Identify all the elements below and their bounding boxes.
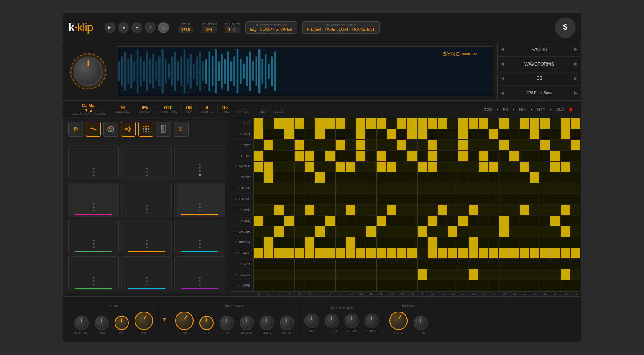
seq-cell[interactable] [387, 140, 397, 150]
quant-time-param[interactable]: OFF QUANT.TIME [155, 106, 181, 113]
seq-cell[interactable] [571, 118, 581, 129]
seq-cell[interactable] [479, 269, 489, 280]
seq-cell[interactable] [571, 237, 581, 248]
seq-cell[interactable] [294, 129, 305, 139]
seq-cell[interactable] [305, 280, 315, 291]
seq-cell[interactable] [335, 205, 346, 215]
seq-cell[interactable] [356, 194, 366, 204]
shuffle-value[interactable]: 0% [202, 26, 217, 33]
seq-cell[interactable] [479, 237, 489, 248]
seq-cell[interactable] [509, 248, 519, 259]
seq-cell[interactable] [253, 248, 264, 259]
seq-cell[interactable] [294, 237, 305, 248]
seq-cell[interactable] [315, 151, 325, 161]
copy-button[interactable]: ⧉ [68, 122, 83, 137]
seq-cell[interactable] [305, 226, 315, 237]
seq-cell[interactable] [366, 280, 376, 291]
seq-cell[interactable] [366, 151, 376, 161]
seq-cell[interactable] [407, 205, 417, 215]
seq-cell[interactable] [540, 280, 550, 291]
seq-cell[interactable] [376, 183, 387, 193]
seq-cell[interactable] [550, 237, 560, 248]
seq-cell[interactable] [530, 226, 540, 237]
seq-cell[interactable] [428, 280, 438, 291]
play-button[interactable]: ▶ [105, 22, 115, 33]
seq-cell[interactable] [366, 226, 376, 237]
seq-cell[interactable] [305, 216, 315, 226]
seq-cell[interactable] [305, 205, 315, 215]
seq-cell[interactable] [264, 237, 274, 248]
seq-cell[interactable] [561, 248, 571, 259]
seq-cell[interactable] [335, 129, 346, 139]
link-button[interactable] [86, 122, 101, 137]
seq-cell[interactable] [325, 248, 335, 259]
seq-cell[interactable] [479, 140, 489, 150]
seq-cell[interactable] [284, 205, 294, 215]
loop-button[interactable]: ↺ [145, 22, 156, 33]
seq-cell[interactable] [438, 140, 448, 150]
hold-param[interactable]: ... HOLD [253, 106, 270, 113]
seq-cell[interactable] [356, 280, 366, 291]
vol-knob[interactable] [135, 312, 153, 330]
seq-cell[interactable] [325, 183, 335, 193]
seq-cell[interactable] [346, 140, 356, 150]
pad-1[interactable] [68, 145, 119, 180]
seq-cell[interactable] [335, 162, 346, 172]
seq-cell[interactable] [335, 226, 346, 237]
seq-cell[interactable] [376, 280, 387, 291]
seq-cell[interactable] [458, 269, 468, 280]
seq-cell[interactable] [284, 269, 294, 280]
seq-cell[interactable] [438, 151, 448, 161]
seq-cell[interactable] [509, 194, 519, 204]
seq-cell[interactable] [305, 118, 315, 129]
seq-cell[interactable] [305, 259, 315, 269]
seq-cell[interactable] [428, 194, 438, 204]
seq-cell[interactable] [489, 226, 499, 237]
seq-cell[interactable] [335, 172, 346, 183]
seq-cell[interactable] [315, 183, 325, 193]
seq-cell[interactable] [356, 259, 366, 269]
seq-cell[interactable] [438, 129, 448, 139]
seq-cell[interactable] [264, 269, 274, 280]
seq-cell[interactable] [346, 259, 356, 269]
piano-button[interactable] [156, 122, 171, 137]
seq-cell[interactable] [438, 269, 448, 280]
seq-cell[interactable] [274, 140, 284, 150]
seq-cell[interactable] [489, 183, 499, 193]
seq-cell[interactable] [550, 172, 560, 183]
seq-cell[interactable] [376, 226, 387, 237]
seq-cell[interactable] [335, 118, 346, 129]
seq-cell[interactable] [509, 162, 519, 172]
seq-cell[interactable] [346, 248, 356, 259]
seq-cell[interactable] [346, 129, 356, 139]
attack-knob[interactable] [240, 316, 254, 330]
seq-cell[interactable] [264, 280, 274, 291]
slice-sel-param[interactable]: 0% SLICE SEL. [110, 106, 135, 113]
seq-cell[interactable] [274, 118, 284, 129]
coarse-param[interactable]: 0 COARSE [197, 106, 218, 113]
seq-cell[interactable] [530, 183, 540, 193]
seq-cell[interactable] [407, 183, 417, 193]
decay-param[interactable]: ... DECAY [270, 106, 289, 113]
seq-cell[interactable] [571, 183, 581, 193]
seq-cell[interactable] [530, 259, 540, 269]
seq-label[interactable]: SEQ [484, 107, 492, 112]
seq-cell[interactable] [284, 237, 294, 248]
seq-cell[interactable] [561, 172, 571, 183]
seq-cell[interactable] [561, 237, 571, 248]
seq-cell[interactable] [448, 280, 458, 291]
attack-param[interactable]: ... ATTACK [233, 106, 253, 113]
seq-cell[interactable] [397, 194, 407, 204]
seq-cell[interactable] [458, 280, 468, 291]
seq-cell[interactable] [489, 162, 499, 172]
seq-cell[interactable] [469, 259, 479, 269]
seq-cell[interactable] [346, 205, 356, 215]
seq-cell[interactable] [346, 216, 356, 226]
snd-label[interactable]: SND [556, 107, 564, 112]
seq-cell[interactable] [305, 151, 315, 161]
seq-cell[interactable] [264, 226, 274, 237]
pad-6[interactable] [174, 183, 225, 217]
seq-cell[interactable] [325, 129, 335, 139]
seq-cell[interactable] [530, 162, 540, 172]
seq-cell[interactable] [253, 237, 264, 248]
